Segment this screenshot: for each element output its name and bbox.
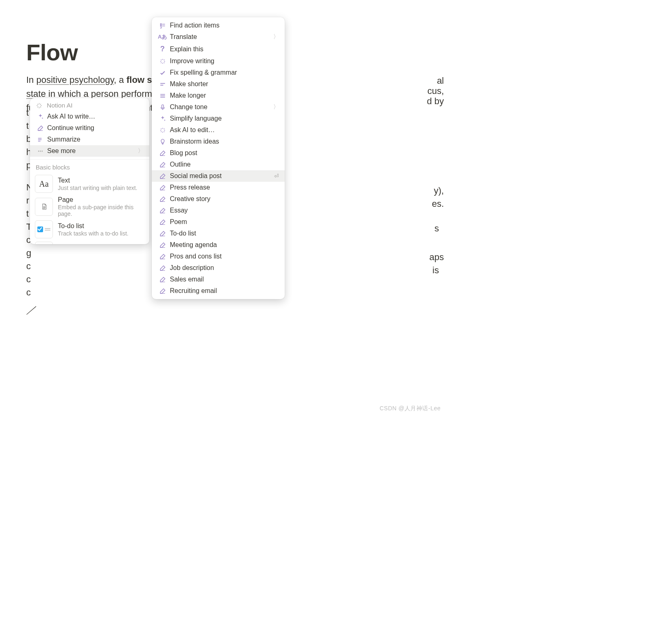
ai-action-item[interactable]: Essay [152,205,285,216]
sparkle-icon [36,113,45,120]
ai-action-item[interactable]: Improve writing [152,55,285,67]
pencil-icon [158,184,167,191]
ai-action-item[interactable]: Simplify language [152,113,285,124]
pencil-icon [158,242,167,249]
ai-action-label: Simplify language [170,115,222,122]
slash-menu-section-blocks: Basic blocks [30,163,149,173]
ai-action-item[interactable]: Recruiting email [152,285,285,297]
block-option[interactable]: Page Embed a sub-page inside this page. [30,194,149,219]
body-fragment: r [26,194,29,208]
ai-action-label: Recruiting email [170,287,217,295]
sparks-icon [158,127,167,134]
ai-action-label: Pros and cons list [170,253,222,260]
block-desc: Just start writing with plain text. [58,185,137,191]
pencil-icon [158,173,167,180]
ai-action-label: Creative story [170,195,210,203]
ai-action-label: Sales email [170,276,204,283]
svg-point-1 [40,151,41,152]
ai-action-item[interactable]: Make shorter [152,78,285,90]
ai-action-item[interactable]: Creative story [152,193,285,205]
ai-action-item[interactable]: Job description [152,262,285,274]
body-fragment: t [26,119,29,133]
ai-action-item[interactable]: Brainstorm ideas [152,136,285,147]
slash-menu-popover: Notion AI Ask AI to write…Continue writi… [30,98,149,244]
body-fragment: c [26,272,31,286]
block-option[interactable]: Aa Text Just start writing with plain te… [30,173,149,194]
divider [30,159,149,160]
pencil-icon [158,230,167,237]
list-check-icon [158,22,167,29]
link-positive-psychology[interactable]: positive psychology [36,75,114,85]
block-desc: Embed a sub-page inside this page. [58,204,144,217]
ai-action-label: Blog post [170,149,197,157]
short-icon [158,81,167,88]
sparkle-icon [36,102,43,109]
ai-action-item[interactable]: Sales email [152,274,285,285]
block-thumb: Aa [35,175,53,193]
ai-action-label: Explain this [170,46,203,53]
ai-action-item[interactable]: Press release [152,182,285,193]
ai-action-item[interactable]: To-do list [152,228,285,239]
ai-action-label: Brainstorm ideas [170,138,219,145]
pencil-icon [158,150,167,157]
ai-action-item[interactable]: AあTranslate〉 [152,31,285,43]
slash-menu-section-label: Notion AI [47,102,73,109]
ai-action-item[interactable]: Social media post⏎ [152,170,285,182]
dots-icon [36,148,45,155]
ai-menu-item-label: See more [47,147,75,155]
ai-action-item[interactable]: Change tone〉 [152,101,285,113]
pencil-icon [158,196,167,203]
ai-action-item[interactable]: ?Explain this [152,43,285,55]
ai-action-item[interactable]: Poem [152,216,285,228]
pencil-icon [158,253,167,260]
ai-action-item[interactable]: Meeting agenda [152,239,285,251]
body-fragment: t [26,106,29,120]
body-fragment: c [26,259,31,273]
block-thumb [35,198,53,216]
ai-action-item[interactable]: Blog post [152,147,285,159]
slash-menu-section-ai: Notion AI [30,98,149,111]
ai-action-item[interactable]: Make longer [152,90,285,101]
ai-action-label: Job description [170,264,214,272]
body-fragment-right: d by [427,94,444,108]
body-fragment-right: y), [434,184,444,198]
chevron-right-icon: 〉 [273,33,279,41]
ai-menu-item[interactable]: Ask AI to write… [30,111,149,122]
ai-menu-item[interactable]: Summarize [30,134,149,145]
ai-action-label: Improve writing [170,57,214,65]
ai-action-item[interactable]: Outline [152,159,285,170]
ai-action-item[interactable]: Ask AI to edit… [152,124,285,136]
ai-action-item[interactable]: Find action items [152,20,285,31]
check-icon [158,69,167,76]
ai-action-label: Find action items [170,22,219,29]
body-fragment: c [26,286,31,300]
svg-rect-5 [162,105,163,108]
ai-action-item[interactable]: Fix spelling & grammar [152,67,285,78]
block-option[interactable]: To-do list Track tasks with a to-do list… [30,219,149,240]
sparks-icon [158,58,167,65]
block-option[interactable]: H1 Heading 1 [30,240,149,244]
caret-icon: ／ [26,303,36,317]
ai-menu-item[interactable]: Continue writing [30,122,149,134]
ai-action-label: Press release [170,184,210,191]
ai-action-label: Make shorter [170,80,208,88]
chevron-right-icon: 〉 [273,103,279,111]
ai-menu-item[interactable]: See more〉 [30,145,149,157]
ai-action-item[interactable]: Pros and cons list [152,251,285,262]
ai-action-label: To-do list [170,230,196,237]
body-fragment: g [26,246,31,260]
enter-icon: ⏎ [274,173,279,179]
translate-icon: Aあ [158,33,167,41]
pencil-icon [158,276,167,283]
ai-action-label: Translate [170,33,197,41]
ai-action-label: Change tone [170,103,208,111]
bulb-icon [158,138,167,145]
ai-action-label: Ask AI to edit… [170,126,215,134]
quote-icon [36,136,45,143]
body-fragment-right: es. [432,197,444,211]
link-state[interactable]: state [26,89,46,99]
ai-action-label: Poem [170,218,187,226]
body-fragment: t [26,207,29,221]
ai-action-label: Make longer [170,92,206,99]
long-icon [158,92,167,99]
